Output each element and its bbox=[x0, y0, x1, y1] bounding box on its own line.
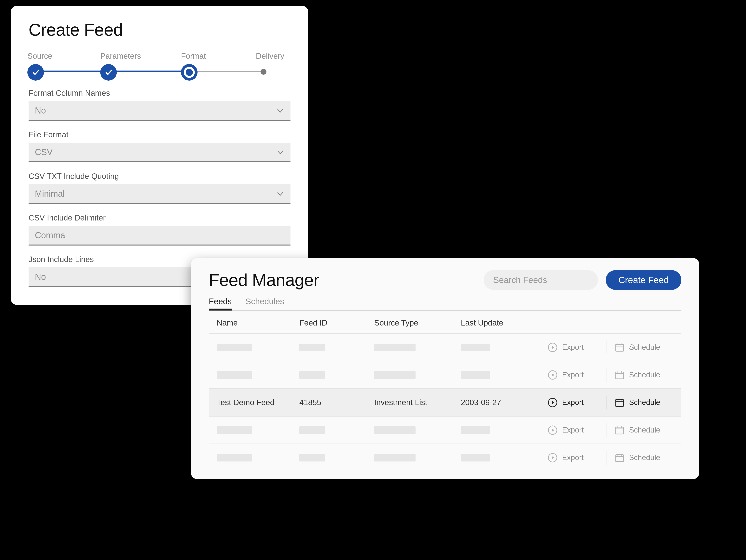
field-csv-quoting: CSV TXT Include Quoting Minimal bbox=[29, 172, 290, 204]
cell-name: Test Demo Feed bbox=[217, 398, 299, 407]
svg-marker-3 bbox=[552, 346, 554, 349]
action-divider bbox=[607, 423, 607, 437]
step-format-label: Format bbox=[181, 52, 206, 60]
field-csv-delimiter: CSV Include Delimiter Comma bbox=[29, 214, 290, 246]
table-row: Export Schedule bbox=[209, 333, 681, 361]
play-icon bbox=[547, 342, 558, 353]
tabs: Feeds Schedules bbox=[209, 297, 681, 311]
step-parameters-dot bbox=[100, 64, 117, 81]
calendar-icon bbox=[614, 425, 625, 435]
schedule-label: Schedule bbox=[629, 453, 660, 462]
schedule-label: Schedule bbox=[629, 343, 660, 352]
svg-rect-10 bbox=[616, 372, 624, 379]
play-icon bbox=[547, 397, 558, 408]
export-button[interactable]: Export bbox=[547, 342, 607, 353]
field-format-column-names: Format Column Names No bbox=[29, 89, 290, 121]
svg-rect-22 bbox=[616, 427, 624, 434]
play-icon bbox=[547, 425, 558, 435]
svg-rect-16 bbox=[616, 399, 624, 406]
placeholder bbox=[299, 344, 325, 351]
cell-last-update: 2003-09-27 bbox=[461, 398, 547, 407]
export-label: Export bbox=[562, 453, 584, 462]
action-divider bbox=[607, 396, 607, 410]
select-file-format[interactable]: CSV bbox=[29, 143, 290, 162]
export-label: Export bbox=[562, 426, 584, 434]
table-row: Export Schedule bbox=[209, 416, 681, 444]
svg-marker-9 bbox=[552, 373, 554, 376]
select-format-column-names[interactable]: No bbox=[29, 101, 290, 121]
search-input[interactable] bbox=[493, 275, 601, 285]
schedule-button[interactable]: Schedule bbox=[614, 425, 673, 435]
field-file-format: File Format CSV bbox=[29, 130, 290, 162]
svg-marker-15 bbox=[552, 401, 554, 404]
step-source[interactable]: Source bbox=[27, 52, 52, 81]
export-button[interactable]: Export bbox=[547, 425, 607, 435]
search-box[interactable] bbox=[484, 270, 598, 290]
placeholder bbox=[217, 454, 252, 461]
step-source-label: Source bbox=[27, 52, 52, 60]
placeholder bbox=[374, 454, 415, 461]
select-value: Comma bbox=[35, 230, 65, 240]
step-delivery-dot bbox=[261, 69, 266, 75]
action-divider bbox=[607, 451, 607, 465]
select-value: No bbox=[35, 106, 46, 115]
svg-rect-4 bbox=[616, 344, 624, 351]
placeholder bbox=[374, 426, 415, 434]
select-csv-quoting[interactable]: Minimal bbox=[29, 184, 290, 204]
check-icon bbox=[32, 68, 39, 76]
stepper: Source Parameters Format Delivery bbox=[27, 52, 290, 79]
export-label: Export bbox=[562, 398, 584, 407]
select-value: CSV bbox=[35, 147, 53, 157]
chevron-down-icon bbox=[276, 190, 284, 198]
play-icon bbox=[547, 370, 558, 380]
schedule-button[interactable]: Schedule bbox=[614, 370, 673, 380]
schedule-label: Schedule bbox=[629, 371, 660, 379]
step-format-dot bbox=[181, 64, 198, 81]
tab-feeds[interactable]: Feeds bbox=[209, 297, 232, 310]
action-divider bbox=[607, 368, 607, 382]
label-csv-quoting: CSV TXT Include Quoting bbox=[29, 172, 290, 181]
create-feed-button[interactable]: Create Feed bbox=[606, 270, 681, 290]
svg-rect-28 bbox=[616, 455, 624, 461]
placeholder bbox=[461, 454, 490, 461]
calendar-icon bbox=[614, 370, 625, 380]
svg-marker-21 bbox=[552, 428, 554, 432]
chevron-down-icon bbox=[276, 107, 284, 114]
placeholder bbox=[461, 371, 490, 379]
step-line-3 bbox=[197, 71, 264, 72]
export-button[interactable]: Export bbox=[547, 370, 607, 380]
step-delivery[interactable]: Delivery bbox=[256, 52, 284, 75]
placeholder bbox=[299, 454, 325, 461]
check-icon bbox=[105, 68, 112, 76]
tab-schedules[interactable]: Schedules bbox=[246, 297, 284, 310]
schedule-label: Schedule bbox=[629, 398, 660, 407]
schedule-button[interactable]: Schedule bbox=[614, 453, 673, 463]
table-row: Export Schedule bbox=[209, 361, 681, 388]
schedule-button[interactable]: Schedule bbox=[614, 397, 673, 408]
step-parameters[interactable]: Parameters bbox=[100, 52, 141, 81]
placeholder bbox=[217, 371, 252, 379]
export-button[interactable]: Export bbox=[547, 397, 607, 408]
step-format[interactable]: Format bbox=[181, 52, 206, 81]
manager-header: Feed Manager Create Feed bbox=[209, 270, 681, 290]
manager-title: Feed Manager bbox=[209, 270, 319, 290]
select-csv-delimiter[interactable]: Comma bbox=[29, 226, 290, 246]
create-feed-title: Create Feed bbox=[29, 20, 290, 40]
export-label: Export bbox=[562, 343, 584, 352]
calendar-icon bbox=[614, 342, 625, 353]
export-label: Export bbox=[562, 371, 584, 379]
col-source-type: Source Type bbox=[374, 318, 461, 327]
cell-source-type: Investment List bbox=[374, 398, 461, 407]
col-last-update: Last Update bbox=[461, 318, 547, 327]
table-row-active[interactable]: Test Demo Feed 41855 Investment List 200… bbox=[209, 388, 681, 416]
table-body: Export Schedule Export Schedule bbox=[209, 333, 681, 471]
schedule-button[interactable]: Schedule bbox=[614, 342, 673, 353]
export-button[interactable]: Export bbox=[547, 453, 607, 463]
placeholder bbox=[461, 426, 490, 434]
action-divider bbox=[607, 340, 607, 354]
calendar-icon bbox=[614, 397, 625, 408]
chevron-down-icon bbox=[276, 148, 284, 156]
placeholder bbox=[374, 344, 415, 351]
table-row: Export Schedule bbox=[209, 444, 681, 471]
svg-marker-27 bbox=[552, 456, 554, 459]
